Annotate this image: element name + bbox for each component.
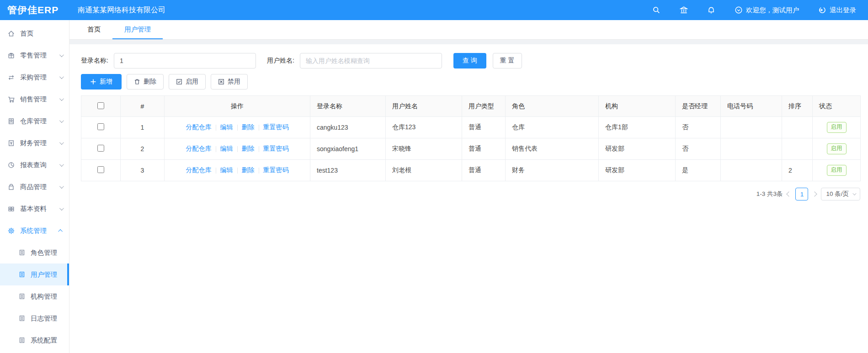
chevron-down-icon [59,53,64,57]
filter-row: 登录名称: 用户姓名: 查 询 重 置 [81,53,860,68]
app-logo: 管伊佳ERP [0,4,69,16]
divider [259,125,259,131]
op-delete-link[interactable]: 删除 [242,145,255,153]
sidebar-item-sales[interactable]: 销售管理 [0,88,69,110]
cell-role: 财务 [506,160,599,181]
col-status: 状态 [813,96,861,117]
document-icon [18,293,26,300]
op-assign-warehouse-link[interactable]: 分配仓库 [186,166,212,174]
user-management-panel: 登录名称: 用户姓名: 查 询 重 置 新增 删除 启用 [69,44,868,353]
cell-login: cangku123 [310,117,386,138]
op-assign-warehouse-link[interactable]: 分配仓库 [186,123,212,132]
document-icon [18,271,26,278]
chevron-down-icon [59,74,64,79]
op-reset-password-link[interactable]: 重置密码 [263,166,289,174]
cabinet-icon [7,117,15,125]
enable-button[interactable]: 启用 [169,74,206,90]
status-badge[interactable]: 启用 [827,122,847,133]
tab-bar: 首页 用户管理 [69,20,868,40]
chevron-down-icon [59,206,64,211]
op-edit-link[interactable]: 编辑 [220,145,233,153]
chevron-up-icon [58,229,63,233]
op-assign-warehouse-link[interactable]: 分配仓库 [186,145,212,153]
col-login-name: 登录名称 [310,96,386,117]
next-page-button[interactable] [812,191,817,196]
sidebar-item-system[interactable]: 系统管理 [0,220,69,242]
search-icon[interactable] [652,6,660,14]
sidebar-item-goods[interactable]: 商品管理 [0,176,69,198]
gear-icon [7,227,15,235]
cell-phone [721,160,782,181]
page-size-select[interactable]: 10 条/页 [821,188,860,200]
cell-login: test123 [310,160,386,181]
sidebar-item-finance[interactable]: 财务管理 [0,132,69,154]
tab-user-management[interactable]: 用户管理 [112,20,163,39]
sidebar-subitem-roles[interactable]: 角色管理 [0,242,69,263]
divider [237,168,238,174]
col-is-manager: 是否经理 [676,96,721,117]
table-row: 1 分配仓库 编辑 删除 重置密码 cangku123 仓库123 普通 仓库 … [81,117,861,138]
pie-chart-icon [7,161,15,169]
select-all-checkbox[interactable] [97,102,104,109]
op-reset-password-link[interactable]: 重置密码 [263,123,289,132]
gift-icon [7,52,15,59]
sync-icon [7,74,15,81]
tab-home[interactable]: 首页 [75,20,112,39]
op-delete-link[interactable]: 删除 [242,123,255,132]
sidebar-subitem-organizations[interactable]: 机构管理 [0,285,69,307]
disable-button[interactable]: 禁用 [211,74,248,90]
cell-type: 普通 [462,160,506,181]
sidebar-item-retail[interactable]: 零售管理 [0,44,69,66]
sidebar-item-reports[interactable]: 报表查询 [0,154,69,176]
add-button[interactable]: 新增 [81,74,122,90]
sidebar-item-home[interactable]: 首页 [0,22,69,44]
logout-button[interactable]: 退出登录 [818,6,856,15]
checkbox-check-icon [176,79,182,85]
row-checkbox[interactable] [97,145,104,152]
sidebar-item-warehouse[interactable]: 仓库管理 [0,110,69,132]
user-menu[interactable]: 欢迎您，测试用户 [735,6,799,15]
company-name: 南通某某网络科技有限公司 [78,5,165,15]
bag-icon [7,183,15,191]
col-sort: 排序 [782,96,813,117]
col-phone: 电话号码 [721,96,782,117]
row-checkbox[interactable] [97,123,104,130]
bell-icon[interactable] [707,6,715,14]
sidebar: 首页 零售管理 采购管理 销售管理 仓库管理 财务管理 [0,20,69,353]
delete-button[interactable]: 删除 [127,74,164,90]
cell-role: 销售代表 [506,138,599,160]
login-name-input[interactable] [114,53,256,68]
cell-name: 刘老根 [386,160,462,181]
status-badge[interactable]: 启用 [827,165,847,176]
sidebar-subitem-logs[interactable]: 日志管理 [0,307,69,329]
table-header-row: # 操作 登录名称 用户姓名 用户类型 角色 机构 是否经理 电话号码 排序 状… [81,96,861,117]
chevron-down-icon [59,118,64,123]
divider [237,146,238,152]
row-index: 3 [121,160,165,181]
username-input[interactable] [300,53,442,68]
table-row: 2 分配仓库 编辑 删除 重置密码 songxiaofeng1 宋晓锋 普通 销… [81,138,861,160]
search-button[interactable]: 查 询 [453,53,486,68]
bank-icon[interactable] [680,6,688,14]
reset-button[interactable]: 重 置 [493,53,522,68]
op-reset-password-link[interactable]: 重置密码 [263,145,289,153]
op-delete-link[interactable]: 删除 [242,166,255,174]
divider [216,146,216,152]
cell-login: songxiaofeng1 [310,138,386,160]
cell-phone [721,138,782,160]
sidebar-subitem-users[interactable]: 用户管理 [0,263,69,285]
page-1-button[interactable]: 1 [795,188,808,200]
sidebar-subitem-system-config[interactable]: 系统配置 [0,329,69,351]
sidebar-item-purchase[interactable]: 采购管理 [0,66,69,88]
prev-page-button[interactable] [787,191,792,196]
sidebar-item-basic-data[interactable]: 基本资料 [0,198,69,220]
op-edit-link[interactable]: 编辑 [220,166,233,174]
chevron-down-icon [59,140,64,145]
cell-org: 研发部 [599,160,676,181]
divider [259,168,259,174]
row-checkbox[interactable] [97,166,104,173]
op-edit-link[interactable]: 编辑 [220,123,233,132]
status-badge[interactable]: 启用 [827,143,847,154]
divider [237,125,238,131]
power-icon [818,6,826,14]
